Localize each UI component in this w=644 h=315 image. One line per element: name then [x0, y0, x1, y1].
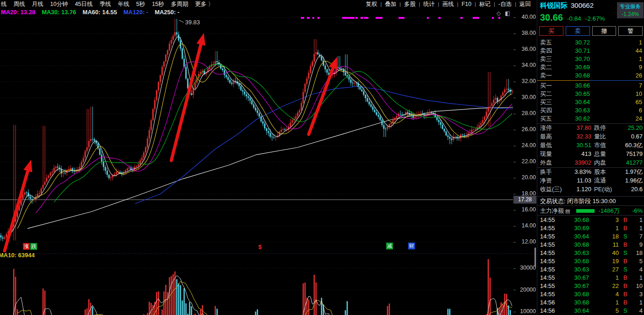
bid-row[interactable]: 买一30.667	[537, 82, 644, 90]
orderbook-level-label: 卖二	[540, 63, 552, 72]
tick-volume: 19	[592, 257, 619, 265]
tick-count: 7	[639, 232, 643, 241]
orderbook-qty: 44	[636, 47, 642, 55]
period-item[interactable]: 线	[1, 0, 7, 8]
period-item[interactable]: 月线	[32, 0, 44, 8]
bid-row[interactable]: 买五30.6224	[537, 115, 644, 123]
price-axis-label: 22.00	[514, 158, 536, 165]
tick-direction: S	[623, 249, 628, 257]
service-badge[interactable]: 专业服务 -1.24%	[617, 2, 644, 18]
period-item[interactable]: 季线	[99, 0, 111, 8]
ask-row[interactable]: 卖二30.699	[537, 63, 644, 72]
pane-layout-icon[interactable]: ◧	[505, 10, 510, 17]
period-item[interactable]: 15秒	[152, 0, 164, 8]
tool-item[interactable]: -自选	[495, 0, 515, 8]
ask-row[interactable]: 卖四30.7144	[537, 47, 644, 55]
tick-price: 30.64	[564, 307, 589, 315]
tick-direction: S	[623, 265, 628, 274]
tick-row[interactable]: 14:5530.6819B5	[537, 257, 644, 265]
tool-item[interactable]: F10	[458, 1, 475, 7]
price-axis-label: 38.00	[514, 30, 536, 36]
orderbook-qty: 6	[639, 106, 642, 115]
tick-row[interactable]: 14:5530.6327S4	[537, 265, 644, 274]
period-item[interactable]: 5秒	[136, 0, 145, 8]
tick-count: 18	[636, 249, 643, 257]
stat-value: 1.97亿	[625, 168, 643, 176]
price-axis-label: 16.00	[514, 206, 536, 213]
sell-button[interactable]: 卖	[566, 26, 590, 36]
stat-row: 现量413总量75179	[537, 150, 644, 158]
trade-button[interactable]: 撤	[592, 26, 617, 36]
ma-label: MA120: -	[123, 9, 148, 16]
tick-count: 1	[639, 274, 643, 282]
volume-axis-label: 10000	[514, 308, 536, 315]
tick-row[interactable]: 14:5530.6418S7	[537, 232, 644, 241]
tools-toolbar: 复权|叠加|多股|统计|画线|F10|标记|-自选|返回	[362, 0, 537, 8]
ask-row[interactable]: 卖三30.701	[537, 55, 644, 63]
tool-item[interactable]: 标记	[476, 0, 494, 8]
tick-count: 1	[639, 298, 643, 307]
bid-row[interactable]: 买二30.6510	[537, 90, 644, 98]
bid-row[interactable]: 买四30.636	[537, 106, 644, 115]
tick-time: 14:55	[540, 232, 555, 241]
tick-row[interactable]: 14:5530.6811B9	[537, 241, 644, 249]
orderbook-level-label: 买二	[540, 90, 552, 98]
stat-value: 413	[564, 150, 591, 158]
tool-item[interactable]: 返回	[516, 0, 534, 8]
stat-label: 收益(三)	[540, 185, 562, 193]
stat-row: 收益(三)1.120PE(动)20.6	[537, 185, 644, 193]
stat-label: 最低	[540, 141, 552, 149]
down-badge[interactable]: 跌	[30, 243, 37, 250]
main-flow-row[interactable]: 主力净额▤-1486万-6%	[540, 206, 643, 215]
period-item[interactable]: 年线	[118, 0, 129, 8]
tick-time: 14:55	[540, 282, 555, 290]
dividend-marker[interactable]: $	[257, 243, 263, 250]
period-item[interactable]: 45日线	[75, 0, 93, 8]
stat-label: 市值	[594, 141, 606, 149]
price-axis-label: 12.00	[514, 238, 536, 245]
tick-direction: B	[623, 241, 628, 249]
bid-row[interactable]: 买三30.6465	[537, 98, 644, 106]
orderbook-qty: 7	[639, 82, 642, 90]
trade-button[interactable]: 警	[618, 26, 643, 36]
tick-row[interactable]: 14:5530.671B1	[537, 274, 644, 282]
stat-value: 1.120	[564, 185, 591, 193]
tick-row[interactable]: 14:5530.691B1	[537, 224, 644, 232]
tick-row[interactable]: 14:5530.684B3	[537, 290, 644, 298]
stats-divider	[537, 196, 644, 197]
period-item[interactable]: 周线	[14, 0, 25, 8]
tick-time: 14:56	[540, 298, 555, 307]
tick-row[interactable]: 14:5530.683B1	[537, 216, 644, 224]
period-item[interactable]: 10分钟	[50, 0, 68, 8]
tick-row[interactable]: 14:5530.6722B10	[537, 282, 644, 290]
tick-count: 10	[636, 282, 643, 290]
ma-label: MA250: -	[155, 9, 180, 16]
panel-scrollbar[interactable]	[535, 248, 536, 267]
tick-row[interactable]: 14:5630.645S4	[537, 307, 644, 315]
buy-button[interactable]: 买	[539, 26, 563, 36]
period-item[interactable]: 更多 〉	[195, 0, 214, 8]
tool-item[interactable]: 画线	[439, 0, 457, 8]
tick-row[interactable]: 14:5630.681B1	[537, 298, 644, 307]
tick-direction: B	[623, 282, 628, 290]
stat-value: 11.03	[564, 177, 591, 185]
period-item[interactable]: 多周期	[171, 0, 188, 8]
diamond-icon[interactable]: ◇	[497, 10, 501, 17]
tool-item[interactable]: 多股	[401, 0, 419, 8]
tick-direction: B	[623, 274, 628, 282]
volume-ma-label: MA10: 63944	[0, 252, 35, 259]
ask-row[interactable]: 卖五30.721	[537, 39, 644, 47]
main-chart-canvas[interactable]: 39.83	[0, 0, 537, 315]
orderbook-qty: 10	[636, 90, 642, 98]
stat-value: 60.3亿	[625, 141, 643, 149]
ask-row[interactable]: 卖一30.6826	[537, 72, 644, 80]
tick-row[interactable]: 14:5530.6340S18	[537, 249, 644, 257]
tool-item[interactable]: 复权	[362, 0, 380, 8]
tool-item[interactable]: 叠加	[382, 0, 399, 8]
up-badge[interactable]: 涨	[23, 243, 30, 250]
tick-count: 1	[639, 216, 643, 224]
tool-item[interactable]: 统计	[420, 0, 438, 8]
finance-marker[interactable]: 财	[408, 243, 415, 249]
stat-label: 内盘	[594, 159, 606, 167]
reduction-marker[interactable]: 减	[386, 243, 393, 249]
